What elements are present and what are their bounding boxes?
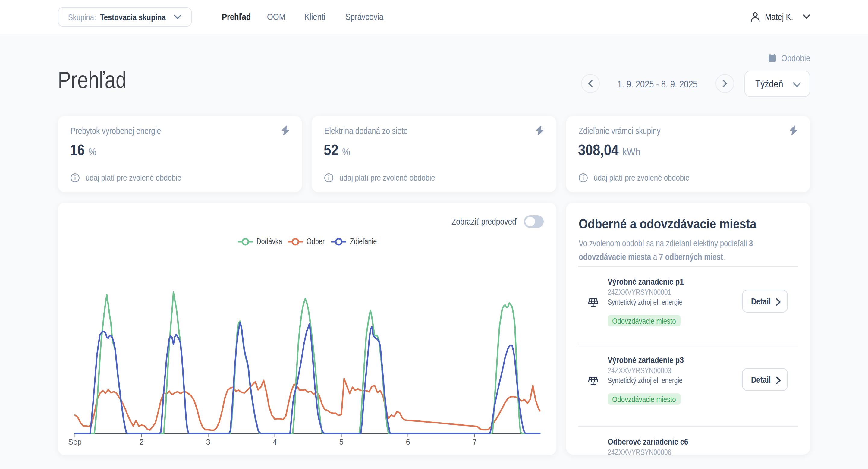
- svg-text:3: 3: [206, 438, 210, 446]
- svg-text:2: 2: [140, 438, 144, 446]
- svg-text:Sep: Sep: [68, 438, 82, 446]
- svg-text:6: 6: [406, 438, 410, 446]
- svg-text:5: 5: [339, 438, 344, 446]
- svg-text:7: 7: [472, 438, 477, 446]
- svg-text:4: 4: [273, 438, 277, 446]
